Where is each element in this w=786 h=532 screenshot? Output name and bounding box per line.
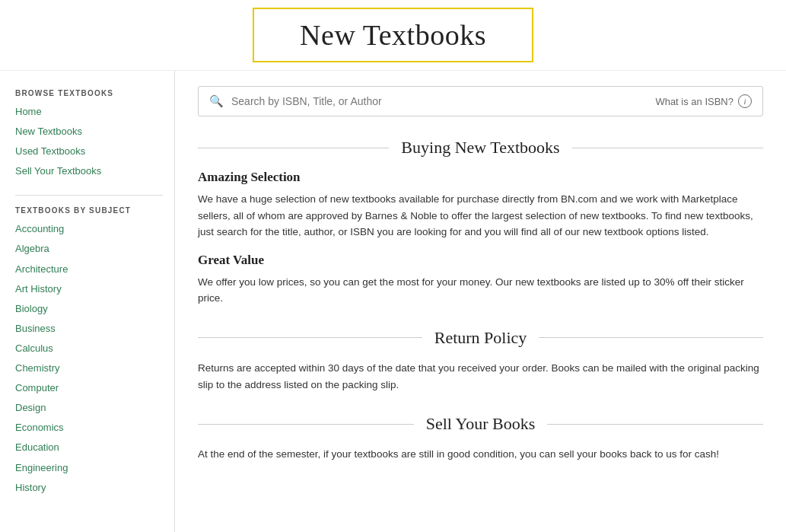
return-line-left — [198, 337, 422, 338]
sidebar-link-design[interactable]: Design — [15, 402, 46, 413]
great-value: Great Value We offer you low prices, so … — [198, 253, 763, 307]
sidebar-link-home[interactable]: Home — [15, 106, 42, 117]
section-line-left — [198, 148, 389, 148]
sidebar-link-chemistry[interactable]: Chemistry — [15, 362, 60, 374]
sidebar-link-accounting[interactable]: Accounting — [15, 223, 64, 234]
return-line-right — [539, 337, 763, 338]
return-section-title: Return Policy — [434, 328, 527, 348]
isbn-info-icon[interactable]: i — [738, 94, 752, 108]
sell-section: Sell Your Books At the end of the semest… — [198, 414, 763, 463]
browse-nav: Home New Textbooks Used Textbooks Sell Y… — [15, 104, 163, 180]
return-section-text: Returns are accepted within 30 days of t… — [198, 360, 763, 393]
sidebar-link-architecture[interactable]: Architecture — [15, 263, 68, 275]
sidebar-item-art-history[interactable]: Art History — [15, 281, 163, 298]
sidebar-item-home[interactable]: Home — [15, 104, 163, 120]
great-value-title: Great Value — [198, 253, 763, 268]
sidebar-item-architecture[interactable]: Architecture — [15, 261, 163, 278]
great-value-text: We offer you low prices, so you can get … — [198, 274, 763, 307]
sidebar-link-sell-textbooks[interactable]: Sell Your Textbooks — [15, 165, 101, 177]
sell-section-header: Sell Your Books — [198, 414, 763, 434]
sidebar-link-new-textbooks[interactable]: New Textbooks — [15, 126, 82, 137]
buying-section: Buying New Textbooks Amazing Selection W… — [198, 138, 763, 307]
sidebar-link-economics[interactable]: Economics — [15, 422, 64, 433]
sidebar-item-algebra[interactable]: Algebra — [15, 241, 163, 257]
sidebar-item-history[interactable]: History — [15, 479, 163, 496]
sidebar-item-biology[interactable]: Biology — [15, 301, 163, 317]
section-line-right — [572, 148, 763, 148]
sidebar-divider — [15, 195, 163, 196]
sidebar-link-history[interactable]: History — [15, 482, 46, 493]
subject-label: TEXTBOOKS BY SUBJECT — [15, 206, 163, 215]
buying-section-title: Buying New Textbooks — [401, 138, 559, 158]
sidebar-link-engineering[interactable]: Engineering — [15, 462, 68, 473]
sell-section-text: At the end of the semester, if your text… — [198, 446, 763, 463]
sidebar-item-business[interactable]: Business — [15, 320, 163, 337]
sell-line-left — [198, 424, 414, 425]
return-section-header: Return Policy — [198, 328, 763, 348]
title-box: New Textbooks — [253, 8, 533, 62]
sidebar-item-calculus[interactable]: Calculus — [15, 340, 163, 357]
sidebar-item-used-textbooks[interactable]: Used Textbooks — [15, 143, 163, 160]
return-section: Return Policy Returns are accepted withi… — [198, 328, 763, 393]
sidebar-item-chemistry[interactable]: Chemistry — [15, 360, 163, 377]
sidebar: BROWSE TEXTBOOKS Home New Textbooks Used… — [0, 71, 175, 532]
sidebar-item-computer[interactable]: Computer — [15, 380, 163, 397]
sidebar-link-education[interactable]: Education — [15, 441, 59, 453]
sidebar-link-computer[interactable]: Computer — [15, 382, 59, 393]
browse-label: BROWSE TEXTBOOKS — [15, 89, 163, 97]
page-header: New Textbooks — [0, 0, 786, 71]
amazing-selection: Amazing Selection We have a huge selecti… — [198, 170, 763, 241]
sell-section-title: Sell Your Books — [426, 414, 536, 434]
page-title: New Textbooks — [300, 18, 486, 52]
page-wrapper: New Textbooks BROWSE TEXTBOOKS Home New … — [0, 0, 786, 532]
sidebar-link-used-textbooks[interactable]: Used Textbooks — [15, 145, 85, 157]
sidebar-link-biology[interactable]: Biology — [15, 303, 48, 314]
sidebar-link-algebra[interactable]: Algebra — [15, 243, 49, 254]
main-content: 🔍 What is an ISBN? i Buying New Textbook… — [175, 71, 786, 532]
sidebar-item-sell-textbooks[interactable]: Sell Your Textbooks — [15, 163, 163, 180]
sidebar-item-engineering[interactable]: Engineering — [15, 460, 163, 476]
main-layout: BROWSE TEXTBOOKS Home New Textbooks Used… — [0, 71, 786, 532]
sidebar-link-calculus[interactable]: Calculus — [15, 342, 53, 354]
sidebar-item-new-textbooks[interactable]: New Textbooks — [15, 123, 163, 140]
search-bar[interactable]: 🔍 What is an ISBN? i — [198, 86, 763, 116]
sidebar-item-accounting[interactable]: Accounting — [15, 221, 163, 237]
sell-line-right — [547, 424, 763, 425]
sidebar-link-business[interactable]: Business — [15, 323, 56, 334]
amazing-selection-text: We have a huge selection of new textbook… — [198, 191, 763, 241]
isbn-link[interactable]: What is an ISBN? i — [655, 94, 752, 108]
sidebar-item-education[interactable]: Education — [15, 439, 163, 456]
sidebar-item-design[interactable]: Design — [15, 400, 163, 416]
buying-section-header: Buying New Textbooks — [198, 138, 763, 158]
amazing-selection-title: Amazing Selection — [198, 170, 763, 185]
isbn-label: What is an ISBN? — [655, 96, 733, 107]
sidebar-link-art-history[interactable]: Art History — [15, 283, 62, 295]
sidebar-item-economics[interactable]: Economics — [15, 419, 163, 436]
search-input[interactable] — [231, 95, 655, 107]
search-icon: 🔍 — [209, 94, 224, 108]
subject-nav: Accounting Algebra Architecture Art Hist… — [15, 221, 163, 495]
